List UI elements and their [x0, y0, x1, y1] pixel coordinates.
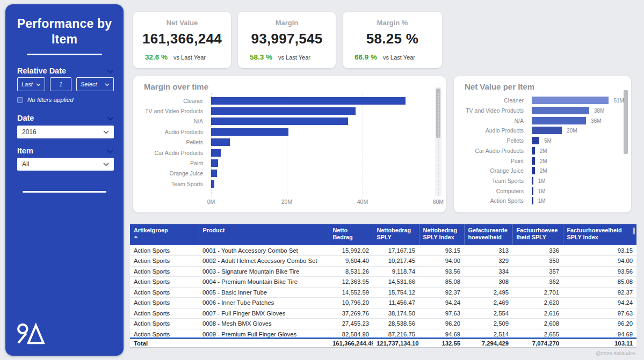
table-cell[interactable]: 17,167.15 [373, 245, 419, 256]
table-cell[interactable]: 92.37 [563, 287, 636, 298]
bar[interactable] [532, 97, 609, 104]
table-cell[interactable]: 334 [464, 266, 512, 277]
table-cell[interactable]: 336 [512, 245, 563, 256]
column-header[interactable]: Factuurhoeveelheid SPLY [512, 224, 563, 245]
column-header[interactable]: Gefactureerde hoeveelheid [464, 224, 512, 245]
table-cell[interactable]: 93.56 [419, 266, 464, 277]
table-cell[interactable]: 0007 - Full Finger BMX Gloves [199, 308, 329, 319]
chevron-down-icon[interactable] [107, 146, 114, 156]
table-cell[interactable]: Action Sports [130, 329, 199, 337]
table-row[interactable]: Action Sports0003 - Signature Mountain B… [130, 266, 636, 277]
table-cell[interactable]: 94.24 [563, 298, 636, 308]
bar[interactable] [532, 197, 533, 204]
bar[interactable] [211, 97, 406, 105]
table-cell[interactable]: 94.69 [419, 329, 464, 337]
column-header[interactable]: Nettobedrag SPLY Index [419, 224, 464, 245]
filters-checkbox[interactable] [17, 97, 23, 103]
table-cell[interactable]: 96.20 [563, 319, 636, 329]
table-row[interactable]: Action Sports0007 - Full Finger BMX Glov… [130, 308, 636, 319]
table-cell[interactable]: 2,469 [464, 298, 512, 308]
table-scrollbar-thumb[interactable] [633, 227, 635, 234]
bar[interactable] [211, 107, 356, 115]
table-cell[interactable]: 15,754.12 [373, 287, 419, 298]
table-row[interactable]: Action Sports0009 - Premium Full Finger … [130, 329, 636, 337]
bar[interactable] [532, 147, 535, 155]
table-cell[interactable]: 10,217.45 [373, 256, 419, 267]
table-cell[interactable]: Action Sports [130, 287, 199, 298]
table-cell[interactable]: 0009 - Premium Full Finger Gloves [199, 329, 329, 337]
table-cell[interactable]: 93.56 [563, 266, 636, 277]
table-cell[interactable]: 97.63 [419, 308, 464, 319]
relative-date-count-input[interactable]: 1 [50, 77, 71, 91]
table-cell[interactable]: 14,531.66 [373, 277, 419, 288]
table-cell[interactable]: Action Sports [130, 277, 199, 288]
bar[interactable] [532, 187, 533, 195]
table-cell[interactable]: 8,531.26 [329, 266, 373, 277]
table-cell[interactable]: 0001 - Youth Accessory Combo Set [199, 245, 329, 256]
table-cell[interactable]: 10,796.20 [329, 298, 373, 308]
table-cell[interactable]: 0002 - Adult Helmet Accessory Combo Set [199, 256, 329, 267]
relative-date-period-dropdown[interactable]: Select [76, 77, 114, 91]
column-header[interactable]: Netto Bedrag [329, 224, 373, 245]
table-cell[interactable]: 93.15 [563, 245, 636, 256]
table-cell[interactable]: 11,456.47 [373, 298, 419, 308]
table-cell[interactable]: 313 [464, 245, 512, 256]
table-cell[interactable]: 2,655 [512, 329, 563, 337]
table-cell[interactable]: 2,514 [464, 329, 512, 337]
bar[interactable] [532, 107, 589, 114]
table-cell[interactable]: 15,992.02 [329, 245, 373, 256]
column-header[interactable]: Factuurhoeveelheid SPLY Index [563, 224, 636, 245]
table-cell[interactable]: 9,604.40 [329, 256, 373, 267]
bar[interactable] [532, 167, 535, 174]
bar[interactable] [532, 127, 562, 134]
column-header[interactable]: Artikelgroep [130, 224, 199, 245]
table-scroll-area[interactable]: ArtikelgroepProductNetto BedragNettobedr… [130, 224, 636, 337]
column-header[interactable]: Product [199, 224, 329, 245]
table-cell[interactable]: 308 [464, 277, 512, 288]
table-cell[interactable]: Action Sports [130, 256, 199, 267]
table-cell[interactable]: 94.00 [419, 256, 464, 267]
table-cell[interactable]: 94.24 [419, 298, 464, 308]
bar[interactable] [211, 180, 214, 188]
table-cell[interactable]: 0008 - Mesh BMX Gloves [199, 319, 329, 329]
table-row[interactable]: Action Sports0008 - Mesh BMX Gloves27,45… [130, 319, 636, 329]
bar[interactable] [532, 157, 535, 165]
table-cell[interactable]: 2,620 [512, 298, 563, 308]
table-cell[interactable]: 94.69 [563, 329, 636, 337]
date-select[interactable]: 2016 [17, 126, 114, 138]
column-header[interactable]: Nettobedrag SPLY [373, 224, 419, 245]
table-cell[interactable]: 2,608 [512, 319, 563, 329]
table-cell[interactable]: 87,216.75 [373, 329, 419, 337]
table-cell[interactable]: 2,495 [464, 287, 512, 298]
table-cell[interactable]: 37,269.76 [329, 308, 373, 319]
table-cell[interactable]: 38,174.50 [373, 308, 419, 319]
bar[interactable] [211, 149, 221, 157]
table-row[interactable]: Action Sports0001 - Youth Accessory Comb… [130, 245, 636, 256]
table-cell[interactable]: 0004 - Premium Mountain Bike Tire [199, 277, 329, 288]
item-select[interactable]: All [17, 158, 114, 171]
table-cell[interactable]: Action Sports [130, 266, 199, 277]
table-cell[interactable]: 82,584.90 [329, 329, 373, 337]
bar[interactable] [532, 117, 586, 124]
table-cell[interactable]: 94.00 [563, 256, 636, 267]
bar[interactable] [211, 159, 218, 167]
table-cell[interactable]: 350 [512, 256, 563, 267]
table-cell[interactable]: 97.63 [563, 308, 636, 319]
relative-date-mode-dropdown[interactable]: Last [17, 77, 45, 91]
table-cell[interactable]: 14,552.59 [329, 287, 373, 298]
table-cell[interactable]: 9,118.74 [373, 266, 419, 277]
table-cell[interactable]: 85.08 [563, 277, 636, 288]
bar[interactable] [211, 117, 348, 125]
table-cell[interactable]: 92.37 [419, 287, 464, 298]
table-row[interactable]: Action Sports0005 - Basic Inner Tube14,5… [130, 287, 636, 298]
table-row[interactable]: Action Sports0006 - Inner Tube Patches10… [130, 298, 636, 308]
table-cell[interactable]: 2,509 [464, 319, 512, 329]
bar[interactable] [532, 137, 539, 144]
bar[interactable] [211, 170, 217, 177]
bar[interactable] [532, 177, 533, 185]
bar[interactable] [211, 128, 288, 136]
table-cell[interactable]: Action Sports [130, 319, 199, 329]
table-cell[interactable]: 12,363.95 [329, 277, 373, 288]
table-cell[interactable]: 357 [512, 266, 563, 277]
table-cell[interactable]: 2,701 [512, 287, 563, 298]
